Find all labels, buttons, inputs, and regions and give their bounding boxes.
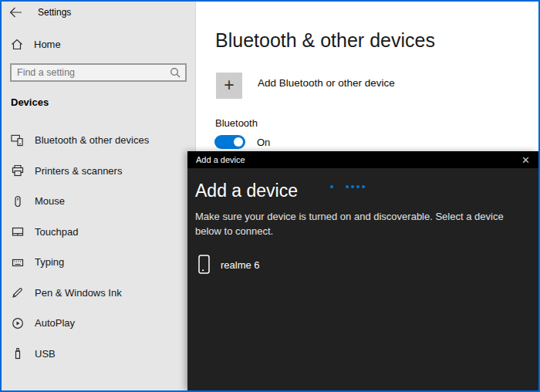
sidebar-item-label: Printers & scanners xyxy=(35,165,122,177)
dialog-heading: Add a device xyxy=(195,181,531,201)
sidebar-item-typing[interactable]: Typing xyxy=(2,247,195,278)
touchpad-icon xyxy=(11,225,24,238)
sidebar-item-label: USB xyxy=(35,348,56,360)
sidebar-item-bluetooth-other-devices[interactable]: Bluetooth & other devices xyxy=(2,125,195,156)
sidebar-item-usb[interactable]: USB xyxy=(2,339,195,370)
search-box[interactable] xyxy=(10,63,187,82)
sidebar-item-printers-scanners[interactable]: Printers & scanners xyxy=(2,156,195,187)
home-icon xyxy=(11,39,23,50)
home-label: Home xyxy=(34,39,61,50)
device-name: realme 6 xyxy=(221,259,260,271)
bluetooth-label: Bluetooth xyxy=(215,117,258,129)
sidebar-item-label: Touchpad xyxy=(35,226,78,238)
sidebar-item-label: Typing xyxy=(35,256,64,268)
printer-icon xyxy=(11,164,24,177)
sidebar-nav: Bluetooth & other devices Printers & sca… xyxy=(2,125,195,369)
bluetooth-toggle-row: On xyxy=(214,135,270,149)
bluetooth-devices-icon xyxy=(11,133,24,147)
plus-box[interactable]: + xyxy=(216,73,242,99)
keyboard-icon xyxy=(11,256,24,269)
plus-icon: + xyxy=(224,76,234,94)
dialog-titlebar: Add a device ✕ xyxy=(187,151,538,168)
toggle-state-label: On xyxy=(257,137,270,148)
pen-icon xyxy=(11,286,24,299)
phone-icon xyxy=(198,255,211,275)
dialog-body: Add a device Make sure your device is tu… xyxy=(187,181,538,279)
add-device-dialog: Add a device ✕ Add a device Make sure yo… xyxy=(187,151,538,390)
search-input[interactable] xyxy=(12,67,170,78)
app-titlebar: Settings xyxy=(9,7,71,18)
page-title: Bluetooth & other devices xyxy=(215,29,435,52)
sidebar-section-devices: Devices xyxy=(11,96,49,108)
sidebar-item-pen-windows-ink[interactable]: Pen & Windows Ink xyxy=(2,278,195,309)
sidebar-item-mouse[interactable]: Mouse xyxy=(2,186,195,217)
app-title: Settings xyxy=(38,7,71,18)
search-icon[interactable] xyxy=(170,67,185,78)
sidebar-item-label: AutoPlay xyxy=(35,317,75,329)
sidebar-item-label: Mouse xyxy=(35,195,65,207)
device-row-realme-6[interactable]: realme 6 xyxy=(195,251,531,279)
mouse-icon xyxy=(11,195,24,208)
add-bluetooth-label: Add Bluetooth or other device xyxy=(258,77,395,89)
usb-icon xyxy=(11,347,24,360)
progress-dots-indicator xyxy=(187,185,538,188)
close-icon[interactable]: ✕ xyxy=(521,155,530,165)
bluetooth-toggle[interactable] xyxy=(214,135,245,149)
sidebar-item-touchpad[interactable]: Touchpad xyxy=(2,217,195,248)
dialog-titlebar-text: Add a device xyxy=(196,155,245,164)
sidebar-item-label: Bluetooth & other devices xyxy=(35,134,149,146)
toggle-knob xyxy=(234,137,243,147)
sidebar: Settings Home Devices xyxy=(2,2,196,390)
back-arrow-icon xyxy=(9,7,22,18)
settings-window: Settings Home Devices xyxy=(0,0,540,392)
autoplay-icon xyxy=(11,317,24,329)
sidebar-item-label: Pen & Windows Ink xyxy=(35,287,122,299)
add-bluetooth-button[interactable]: + Add Bluetooth or other device xyxy=(216,73,395,99)
dialog-description: Make sure your device is turned on and d… xyxy=(195,209,531,238)
back-button[interactable] xyxy=(9,7,22,18)
sidebar-item-autoplay[interactable]: AutoPlay xyxy=(2,308,195,339)
sidebar-item-home[interactable]: Home xyxy=(11,35,61,52)
